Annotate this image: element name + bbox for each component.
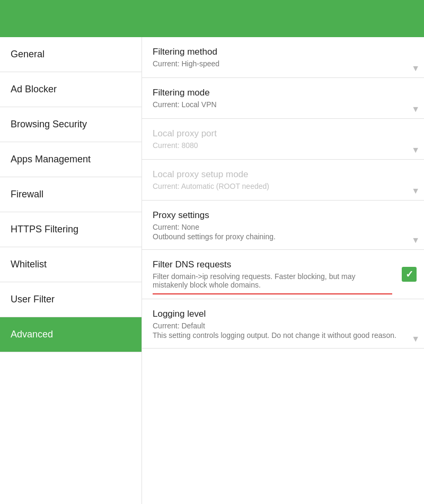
sidebar-item-https-filtering[interactable]: HTTPS Filtering (0, 212, 142, 247)
setting-value-filtering-method: Current: High-speed (153, 59, 413, 68)
setting-value-local-proxy-port: Current: 8080 (153, 141, 413, 150)
app-header (0, 0, 424, 37)
setting-value-proxy-settings: Current: None (153, 223, 413, 231)
chevron-icon-local-proxy-port: ▼ (411, 145, 420, 155)
sidebar-item-advanced[interactable]: Advanced (0, 317, 142, 352)
chevron-icon-filtering-mode: ▼ (411, 105, 420, 114)
setting-desc-logging-level: This setting controls logging output. Do… (153, 331, 413, 340)
chevron-icon-logging-level: ▼ (411, 334, 420, 344)
setting-item-filtering-mode[interactable]: Filtering modeCurrent: Local VPN▼ (142, 78, 424, 119)
sidebar-item-browsing-security[interactable]: Browsing Security (0, 107, 142, 142)
sidebar-item-ad-blocker[interactable]: Ad Blocker (0, 72, 142, 107)
sidebar: GeneralAd BlockerBrowsing SecurityApps M… (0, 37, 142, 504)
sidebar-item-general[interactable]: General (0, 37, 142, 72)
right-panel: Filtering methodCurrent: High-speed▼Filt… (142, 37, 424, 504)
setting-value-logging-level: Current: Default (153, 321, 413, 330)
setting-item-local-proxy-setup-mode: Local proxy setup modeCurrent: Automatic… (142, 160, 424, 201)
spacer (153, 292, 392, 299)
setting-item-filter-dns-requests: Filter DNS requestsFilter domain->ip res… (142, 250, 424, 299)
setting-title-filter-dns-requests: Filter DNS requests (153, 259, 392, 270)
check-icon: ✓ (405, 268, 413, 280)
chevron-icon-local-proxy-setup-mode: ▼ (411, 186, 420, 196)
chevron-icon-filtering-method: ▼ (411, 64, 420, 73)
sidebar-item-user-filter[interactable]: User Filter (0, 282, 142, 317)
setting-desc-proxy-settings: Outbound settings for proxy chaining. (153, 232, 413, 241)
setting-item-logging-level[interactable]: Logging levelCurrent: DefaultThis settin… (142, 299, 424, 349)
setting-item-proxy-settings[interactable]: Proxy settingsCurrent: NoneOutbound sett… (142, 201, 424, 250)
sidebar-item-firewall[interactable]: Firewall (0, 177, 142, 212)
setting-value-local-proxy-setup-mode: Current: Automatic (ROOT needed) (153, 182, 413, 190)
setting-title-local-proxy-setup-mode: Local proxy setup mode (153, 169, 413, 180)
setting-item-filtering-method[interactable]: Filtering methodCurrent: High-speed▼ (142, 37, 424, 78)
main-content: GeneralAd BlockerBrowsing SecurityApps M… (0, 37, 424, 504)
setting-title-filtering-mode: Filtering mode (153, 88, 413, 98)
sidebar-item-apps-management[interactable]: Apps Management (0, 142, 142, 177)
setting-title-local-proxy-port: Local proxy port (153, 128, 413, 139)
chevron-icon-proxy-settings: ▼ (411, 236, 420, 245)
sidebar-item-whitelist[interactable]: Whitelist (0, 247, 142, 282)
setting-title-proxy-settings: Proxy settings (153, 210, 413, 221)
setting-item-local-proxy-port: Local proxy portCurrent: 8080▼ (142, 119, 424, 160)
setting-title-filtering-method: Filtering method (153, 47, 413, 57)
setting-title-logging-level: Logging level (153, 309, 413, 319)
setting-value-filtering-mode: Current: Local VPN (153, 100, 413, 109)
setting-checkbox-filter-dns-requests[interactable]: ✓ (402, 267, 417, 282)
setting-desc-filter-dns-requests: Filter domain->ip resolving requests. Fa… (153, 272, 392, 289)
